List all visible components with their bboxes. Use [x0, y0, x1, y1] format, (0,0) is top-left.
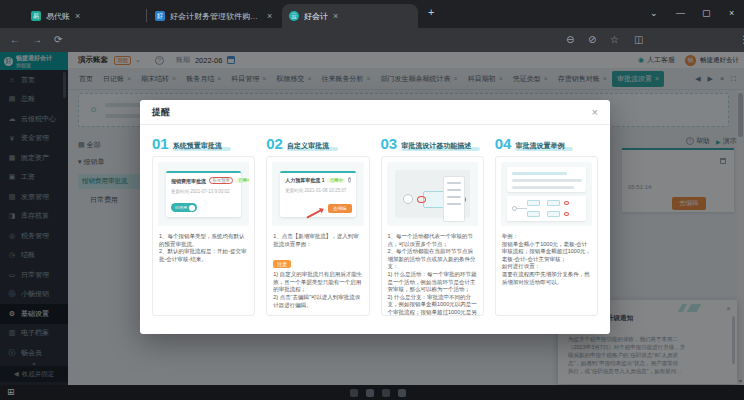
tab-close-icon[interactable]: ×: [267, 12, 272, 21]
enabled-badge: 启用中: [236, 178, 249, 183]
taskbar-app-icon[interactable]: [350, 389, 358, 397]
bookmark-star-icon[interactable]: ☆: [610, 34, 619, 46]
step-description: 1、点击【新增审批流】，进入到审批流设置界面：: [267, 231, 368, 252]
guide-shot-custom-flow: 人力预算审批流 1 启用中 更新时间 2021-01-08 10:25:07 去…: [272, 162, 363, 226]
modal-close-icon[interactable]: ×: [592, 107, 598, 118]
window-close-icon[interactable]: ×: [729, 8, 734, 18]
preset-badge: 系统预置: [209, 177, 233, 184]
tab-title: 好会计财务管理软件购买价格页…: [170, 11, 262, 22]
step-title: 自定义审批流: [287, 141, 329, 151]
step-description: 1、每个报销单类型，系统均有默认的预置审批流。 2、默认的审批流程是：开始-提交…: [153, 231, 254, 267]
toggle-on: 已启用: [171, 203, 197, 212]
tab-favicon: 好: [155, 11, 165, 21]
browser-tabstrip: 易 易代账 × 好 好会计财务管理软件购买价格页… × 云 好会计 × + ⌄ …: [0, 0, 744, 28]
side-panel-icon[interactable]: ◫: [634, 34, 643, 46]
browser-tab-2[interactable]: 好 好会计财务管理软件购买价格页… ×: [148, 4, 280, 28]
flow-branch-1b: [547, 200, 560, 206]
modal-title: 提醒: [152, 106, 170, 119]
flow-branch-2: [527, 211, 540, 217]
eye-off-icon[interactable]: ⊘: [588, 34, 596, 46]
mini-update-time: 更新时间 2021-01-08 10:25:07: [285, 188, 350, 193]
chrome-menu-icon[interactable]: ⋮: [739, 34, 744, 46]
tab-title: 易代账: [46, 11, 70, 22]
browser-tab-1[interactable]: 易 易代账 ×: [24, 4, 144, 28]
mini-go-edit-button: 去编辑: [328, 204, 352, 213]
zoom-indicator-icon[interactable]: ⊖: [566, 34, 574, 46]
reload-icon[interactable]: ⟳: [54, 34, 62, 46]
step-description: 举例： 报销单金额小于1000元，老板-会计审核流程；报销单金额超过1000元，…: [496, 231, 597, 290]
red-highlight: [417, 196, 426, 203]
browser-tab-3-active[interactable]: 云 好会计 ×: [282, 4, 418, 28]
taskbar-app-icon[interactable]: [398, 389, 406, 397]
guide-shot-example: [501, 162, 592, 226]
modal-body: 01 系统预置审批流 报销费用审批流 系统预置 启用中 更新时间 2: [140, 125, 610, 316]
step-number: 02: [266, 137, 283, 151]
tab-separator: [146, 9, 147, 22]
step-description: 1、每一个活动都代表一个审核的节点，可以设置多个节点； 2、每个活动都能在当前环…: [382, 231, 483, 316]
tab-close-icon[interactable]: ×: [75, 12, 80, 21]
mini-card-title: 人力预算审批流 1: [285, 177, 324, 183]
guide-shot-designer: [387, 162, 478, 226]
modal-header: 提醒 ×: [140, 100, 610, 125]
tab-title: 好会计: [304, 11, 328, 22]
step-number: 04: [495, 137, 512, 151]
guide-column-4: 04 审批流设置举例: [495, 134, 598, 316]
step-title: 系统预置审批流: [173, 141, 222, 151]
start-button-icon[interactable]: ⊞: [7, 388, 15, 397]
back-icon[interactable]: ←: [10, 34, 20, 46]
reminder-modal: 提醒 × 01 系统预置审批流 报销费用审批流: [140, 100, 610, 334]
context-menu: [443, 176, 465, 222]
guide-card: 报销费用审批流 系统预置 启用中 更新时间 2021-07-13 9:00:02…: [152, 156, 255, 316]
maximize-icon[interactable]: ▢: [702, 8, 711, 18]
browser-toolbar: ← → ⟳ cloud2.chanjet.com/accounting/uh26…: [0, 28, 744, 52]
tab-close-icon[interactable]: ×: [333, 12, 338, 21]
notice-badge: 注意: [273, 260, 291, 268]
example-flow: [507, 196, 586, 221]
guide-column-1: 01 系统预置审批流 报销费用审批流 系统预置 启用中 更新时间 2: [152, 134, 255, 316]
trash-icon: [348, 178, 350, 183]
red-arrow-annotation: [307, 209, 322, 218]
windows-taskbar: ⊞: [0, 385, 744, 400]
mini-card-title: 报销费用审批流: [171, 178, 206, 184]
guide-column-3: 03 审批流设计器功能描述: [381, 134, 484, 316]
step-number: 03: [381, 137, 398, 151]
guide-card: 人力预算审批流 1 启用中 更新时间 2021-01-08 10:25:07 去…: [266, 156, 369, 316]
taskbar-app-icon[interactable]: [382, 389, 390, 397]
red-highlight: [564, 201, 569, 205]
screen: 易 易代账 × 好 好会计财务管理软件购买价格页… × 云 好会计 × + ⌄ …: [0, 0, 744, 400]
example-form: [507, 167, 586, 192]
red-highlight: [564, 212, 569, 216]
new-tab-icon[interactable]: +: [428, 7, 434, 17]
guide-column-2: 02 自定义审批流 人力预算审批流 1 启用中 更新时间 2021: [266, 134, 369, 316]
forward-icon[interactable]: →: [32, 34, 42, 46]
guide-shot-preset-flow: 报销费用审批流 系统预置 启用中 更新时间 2021-07-13 9:00:02…: [158, 162, 249, 226]
tab-search-icon[interactable]: ⌄: [650, 8, 658, 18]
flow-branch-1: [527, 200, 540, 206]
step-description-notes: 1) 自定义的审批流只有启用后才能生效，且一个单据类型只能有一个启用的审批流程；…: [267, 270, 368, 313]
step-number: 01: [152, 137, 169, 151]
enabled-badge: 启用中: [327, 178, 345, 183]
guide-card: 1、每一个活动都代表一个审核的节点，可以设置多个节点； 2、每个活动都能在当前环…: [381, 156, 484, 316]
mini-update-time: 更新时间 2021-07-13 9:00:02: [171, 189, 236, 194]
minimize-icon[interactable]: —: [676, 8, 685, 18]
tab-favicon: 易: [31, 11, 41, 21]
step-title: 审批流设计器功能描述: [401, 141, 471, 151]
taskbar-app-icon[interactable]: [366, 389, 374, 397]
flow-start-node: [403, 194, 413, 204]
guide-card: 举例： 报销单金额小于1000元，老板-会计审核流程；报销单金额超过1000元，…: [495, 156, 598, 316]
app-viewport: 好 畅捷通好会计 旗舰版 ⌂首页 ▤总账 ☁云报税中心 ¥资金管理 ▦固定资产 …: [0, 52, 744, 385]
flow-branch-2b: [547, 211, 560, 217]
tab-favicon: 云: [289, 11, 299, 21]
step-title: 审批流设置举例: [515, 141, 564, 151]
